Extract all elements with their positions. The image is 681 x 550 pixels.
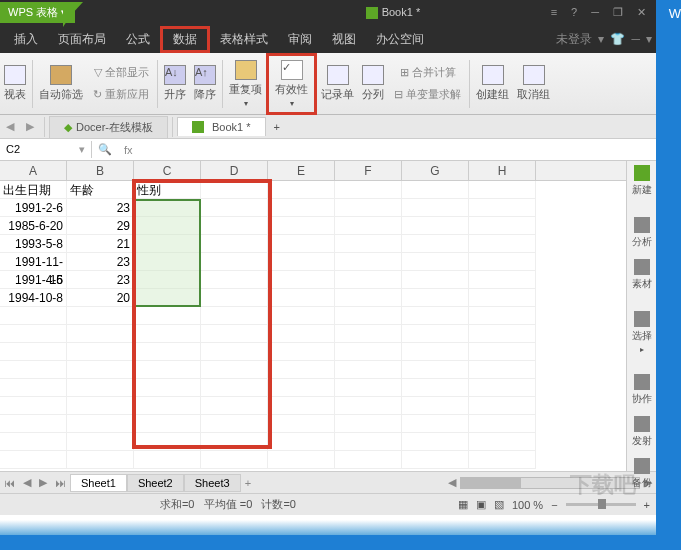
chevron-down-icon[interactable]: ▾ bbox=[598, 32, 604, 46]
sheet-next-icon[interactable]: ▶ bbox=[35, 476, 51, 489]
external-text: W bbox=[669, 6, 681, 21]
chevron-down-icon: ▾ bbox=[61, 6, 67, 18]
chevron-right-icon: ▸ bbox=[640, 345, 644, 354]
menu-icon[interactable]: ≡ bbox=[551, 6, 557, 19]
fx-label[interactable]: fx bbox=[118, 144, 139, 156]
side-collab[interactable]: 协作 bbox=[632, 374, 652, 406]
menu-office-space[interactable]: 办公空间 bbox=[366, 26, 434, 53]
sheet-last-icon[interactable]: ⏭ bbox=[51, 477, 70, 489]
data-tools: ⊞合并计算 ⊟单变量求解 bbox=[388, 55, 467, 113]
new-tab-button[interactable]: + bbox=[266, 121, 288, 133]
side-backup[interactable]: 备份 bbox=[632, 458, 652, 490]
minimize-button[interactable]: ─ bbox=[591, 6, 599, 19]
chevron-down-icon: ▾ bbox=[79, 143, 85, 156]
sheet-first-icon[interactable]: ⏮ bbox=[0, 477, 19, 489]
sheet-tab-3[interactable]: Sheet3 bbox=[184, 474, 241, 492]
sort-asc-button[interactable]: A↓升序 bbox=[160, 63, 190, 104]
view-page-icon[interactable]: ▣ bbox=[476, 498, 486, 511]
taskbar bbox=[0, 520, 656, 535]
hscrollbar[interactable] bbox=[460, 477, 640, 489]
title-bar: WPS 表格 ▾ Book1 * ≡ ? ─ ❐ ✕ bbox=[0, 0, 656, 25]
consolidate-icon: ⊞ bbox=[400, 66, 409, 79]
side-material[interactable]: 素材 bbox=[632, 259, 652, 291]
skin-icon[interactable]: 👕 bbox=[610, 32, 625, 46]
spreadsheet-grid[interactable]: ABCDEFGH 出生日期年龄性别 1991-2-623 1985-6-2029… bbox=[0, 161, 626, 471]
solver-button[interactable]: 单变量求解 bbox=[406, 87, 461, 102]
restore-button[interactable]: ❐ bbox=[613, 6, 623, 19]
fx-icon[interactable]: 🔍 bbox=[92, 143, 118, 156]
form-button[interactable]: 记录单 bbox=[317, 63, 358, 104]
name-box[interactable]: C2 ▾ bbox=[0, 141, 92, 158]
tab-prev-icon[interactable]: ◀ bbox=[0, 120, 20, 133]
min-icon[interactable]: ─ bbox=[631, 32, 640, 46]
zoom-in-button[interactable]: + bbox=[644, 499, 650, 511]
show-all-icon: ▽ bbox=[94, 66, 102, 79]
docer-icon: ◆ bbox=[64, 121, 72, 134]
close-button[interactable]: ✕ bbox=[637, 6, 646, 19]
side-panel: 新建 分析 素材 选择▸ 协作 发射 备份 bbox=[626, 161, 656, 471]
menu-page-layout[interactable]: 页面布局 bbox=[48, 26, 116, 53]
zoom-level[interactable]: 100 % bbox=[512, 499, 543, 511]
chevron-down-icon[interactable]: ▾ bbox=[646, 32, 652, 46]
login-status[interactable]: 未登录 bbox=[556, 31, 592, 48]
chevron-down-icon: ▾ bbox=[290, 99, 294, 108]
sheet-tab-1[interactable]: Sheet1 bbox=[70, 474, 127, 492]
sheet-tab-bar: ⏮ ◀ ▶ ⏭ Sheet1 Sheet2 Sheet3 + ◀ ▶ bbox=[0, 471, 656, 493]
zoom-out-button[interactable]: − bbox=[551, 499, 557, 511]
doc-icon bbox=[192, 121, 204, 133]
ungroup-button[interactable]: 取消组 bbox=[513, 63, 554, 104]
help-icon[interactable]: ? bbox=[571, 6, 577, 19]
view-break-icon[interactable]: ▧ bbox=[494, 498, 504, 511]
view-normal-icon[interactable]: ▦ bbox=[458, 498, 468, 511]
consolidate-button[interactable]: 合并计算 bbox=[412, 65, 456, 80]
status-sum: 求和=0 bbox=[160, 498, 195, 510]
document-tab-bar: ◀ ▶ ◆Docer-在线模板 Book1 * + bbox=[0, 115, 656, 139]
duplicates-button[interactable]: 重复项▾ bbox=[225, 58, 266, 110]
document-title: Book1 * bbox=[206, 6, 421, 19]
sheet-prev-icon[interactable]: ◀ bbox=[19, 476, 35, 489]
tab-book1[interactable]: Book1 * bbox=[177, 117, 266, 136]
reapply-button[interactable]: 重新应用 bbox=[105, 87, 149, 102]
hscroll-left-icon[interactable]: ◀ bbox=[444, 476, 460, 489]
status-bar: 求和=0 平均值 =0 计数=0 ▦ ▣ ▧ 100 % − + bbox=[0, 493, 656, 515]
filter-options: ▽全部显示 ↻重新应用 bbox=[87, 55, 155, 113]
status-count: 计数=0 bbox=[261, 498, 296, 510]
ribbon-toolbar: 视表 自动筛选 ▽全部显示 ↻重新应用 A↓升序 A↑降序 重复项▾ ✓有效性▾… bbox=[0, 53, 656, 115]
column-headers[interactable]: ABCDEFGH bbox=[0, 161, 626, 181]
text-to-columns-button[interactable]: 分列 bbox=[358, 63, 388, 104]
reapply-icon: ↻ bbox=[93, 88, 102, 101]
side-send[interactable]: 发射 bbox=[632, 416, 652, 448]
side-analyze[interactable]: 分析 bbox=[632, 217, 652, 249]
status-avg: 平均值 =0 bbox=[204, 498, 253, 510]
sort-desc-button[interactable]: A↑降序 bbox=[190, 63, 220, 104]
add-sheet-button[interactable]: + bbox=[241, 477, 255, 489]
chevron-down-icon: ▾ bbox=[244, 99, 248, 108]
menu-view[interactable]: 视图 bbox=[322, 26, 366, 53]
menu-bar: 插入 页面布局 公式 数据 表格样式 审阅 视图 办公空间 未登录 ▾ 👕 ─ … bbox=[0, 25, 656, 53]
auto-filter-button[interactable]: 自动筛选 bbox=[35, 63, 87, 104]
sheet-tab-2[interactable]: Sheet2 bbox=[127, 474, 184, 492]
doc-icon bbox=[366, 7, 378, 19]
solver-icon: ⊟ bbox=[394, 88, 403, 101]
tab-next-icon[interactable]: ▶ bbox=[20, 120, 40, 133]
menu-insert[interactable]: 插入 bbox=[4, 26, 48, 53]
zoom-slider[interactable] bbox=[566, 503, 636, 506]
app-name-badge[interactable]: WPS 表格 ▾ bbox=[0, 2, 75, 23]
show-all-button[interactable]: 全部显示 bbox=[105, 65, 149, 80]
pivot-table-button[interactable]: 视表 bbox=[0, 63, 30, 104]
formula-bar: C2 ▾ 🔍 fx bbox=[0, 139, 656, 161]
tab-docer[interactable]: ◆Docer-在线模板 bbox=[49, 116, 168, 138]
data-rows[interactable]: 出生日期年龄性别 1991-2-623 1985-6-2029 1993-5-8… bbox=[0, 181, 626, 469]
formula-input[interactable] bbox=[139, 144, 656, 156]
validity-button[interactable]: ✓有效性▾ bbox=[271, 58, 312, 110]
menu-formula[interactable]: 公式 bbox=[116, 26, 160, 53]
menu-table-style[interactable]: 表格样式 bbox=[210, 26, 278, 53]
menu-review[interactable]: 审阅 bbox=[278, 26, 322, 53]
side-new[interactable]: 新建 bbox=[632, 165, 652, 197]
menu-data[interactable]: 数据 bbox=[160, 26, 210, 53]
group-button[interactable]: 创建组 bbox=[472, 63, 513, 104]
side-select[interactable]: 选择▸ bbox=[632, 311, 652, 354]
